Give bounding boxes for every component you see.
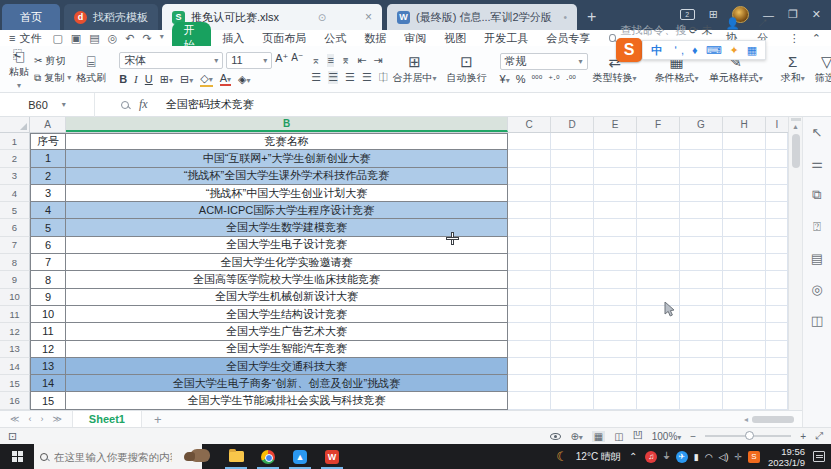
empty-cell[interactable]	[637, 185, 680, 202]
cell-b[interactable]: 全国大学生节能减排社会实践与科技竞赛	[66, 392, 508, 409]
currency-format-icon[interactable]: ¥▾	[500, 73, 510, 85]
empty-cell[interactable]	[766, 133, 788, 150]
cell-b[interactable]: 竞赛名称	[66, 133, 508, 150]
decrease-indent-icon[interactable]: ⇤	[357, 54, 366, 67]
sheet-tab-active[interactable]: Sheet1	[72, 411, 142, 428]
empty-cell[interactable]	[723, 375, 766, 392]
view-page-layout-icon[interactable]: ◫	[614, 431, 623, 442]
navigation-compass-icon[interactable]: ◎	[811, 282, 822, 297]
font-color-icon[interactable]: A▾	[220, 72, 231, 86]
redo-icon[interactable]: ↷	[142, 32, 151, 45]
empty-cell[interactable]	[766, 237, 788, 254]
increase-decimal-icon[interactable]: ⁺·⁰	[548, 74, 559, 84]
empty-cell[interactable]	[680, 254, 723, 271]
prev-sheet-icon[interactable]: ‹	[28, 414, 31, 424]
empty-cell[interactable]	[594, 306, 637, 323]
ime-punctuation-icon[interactable]: ＇,	[670, 43, 684, 58]
empty-cell[interactable]	[508, 375, 551, 392]
cell-a[interactable]: 8	[30, 271, 66, 288]
fullscreen-icon[interactable]: ⤢	[815, 430, 823, 442]
empty-cell[interactable]	[680, 237, 723, 254]
empty-cell[interactable]	[766, 185, 788, 202]
eye-protect-icon[interactable]	[550, 433, 561, 440]
empty-cell[interactable]	[508, 341, 551, 358]
cell-b[interactable]: ACM-ICPC国际大学生程序设计竞赛	[66, 202, 508, 219]
borders-icon[interactable]: ⊞▾	[160, 73, 173, 86]
empty-cell[interactable]	[508, 150, 551, 167]
empty-cell[interactable]	[508, 289, 551, 306]
column-header-d[interactable]: D	[551, 117, 594, 132]
empty-cell[interactable]	[594, 168, 637, 185]
align-bottom-icon[interactable]: ⌆	[341, 54, 350, 67]
empty-cell[interactable]	[551, 202, 594, 219]
empty-cell[interactable]	[723, 358, 766, 375]
netease-music-icon[interactable]: ♫	[645, 451, 657, 463]
column-header-b-selected[interactable]: B	[66, 117, 508, 132]
empty-cell[interactable]	[766, 341, 788, 358]
row-header[interactable]: 10	[0, 289, 30, 306]
column-header-c[interactable]: C	[508, 117, 551, 132]
empty-cell[interactable]	[766, 168, 788, 185]
empty-cell[interactable]	[723, 341, 766, 358]
empty-cell[interactable]	[508, 392, 551, 409]
justify-icon[interactable]: ☰	[362, 71, 372, 84]
empty-cell[interactable]	[723, 168, 766, 185]
tab-insert[interactable]: 插入	[213, 31, 253, 46]
empty-cell[interactable]	[508, 168, 551, 185]
empty-cell[interactable]	[766, 289, 788, 306]
row-header[interactable]: 14	[0, 358, 30, 375]
cell-a[interactable]: 7	[30, 254, 66, 271]
empty-cell[interactable]	[551, 289, 594, 306]
empty-cell[interactable]	[594, 271, 637, 288]
empty-cell[interactable]	[680, 375, 723, 392]
mic-icon[interactable]: ⏚	[663, 451, 669, 462]
empty-cell[interactable]	[766, 271, 788, 288]
row-header[interactable]: 1	[0, 133, 30, 150]
empty-cell[interactable]	[594, 323, 637, 340]
cell-a[interactable]: 序号	[30, 133, 66, 150]
align-middle-icon[interactable]: ≡	[327, 54, 333, 67]
empty-cell[interactable]	[637, 202, 680, 219]
zoom-slider-knob[interactable]	[745, 431, 754, 440]
empty-cell[interactable]	[508, 358, 551, 375]
empty-cell[interactable]	[637, 341, 680, 358]
row-header[interactable]: 15	[0, 375, 30, 392]
empty-cell[interactable]	[594, 150, 637, 167]
empty-cell[interactable]	[680, 168, 723, 185]
ime-mode-indicator[interactable]: 中	[651, 43, 662, 58]
empty-cell[interactable]	[551, 271, 594, 288]
row-header[interactable]: 7	[0, 237, 30, 254]
empty-cell[interactable]	[594, 254, 637, 271]
increase-indent-icon[interactable]: ⇥	[373, 54, 382, 67]
cell-a[interactable]: 2	[30, 168, 66, 185]
weather-text[interactable]: 12°C 晴朗	[576, 450, 621, 464]
menu-file[interactable]: ≡文件	[0, 31, 50, 46]
empty-cell[interactable]	[723, 306, 766, 323]
cell-a[interactable]: 3	[30, 185, 66, 202]
tab-docer-templates[interactable]: d 找稻壳模板	[64, 4, 158, 30]
cell-a[interactable]: 11	[30, 323, 66, 340]
empty-cell[interactable]	[508, 323, 551, 340]
bold-button[interactable]: B	[119, 73, 127, 85]
vertical-scrollbar[interactable]: ▲	[788, 117, 802, 410]
cell-b[interactable]: 全国高等医学院校大学生临床技能竞赛	[66, 271, 508, 288]
empty-cell[interactable]	[594, 358, 637, 375]
fill-color-icon[interactable]: ◇▾	[200, 72, 212, 87]
zoom-formula-icon[interactable]	[121, 99, 129, 111]
close-tab-icon[interactable]: ×	[365, 10, 372, 24]
format-painter-button[interactable]: ⌸ 格式刷	[71, 49, 111, 89]
new-tab-button[interactable]: +	[587, 8, 596, 26]
empty-cell[interactable]	[551, 219, 594, 236]
align-right-icon[interactable]: ☰	[345, 71, 355, 84]
split-handle[interactable]	[791, 118, 801, 121]
empty-cell[interactable]	[680, 306, 723, 323]
empty-cell[interactable]	[508, 271, 551, 288]
empty-cell[interactable]	[680, 358, 723, 375]
empty-cell[interactable]	[594, 237, 637, 254]
empty-cell[interactable]	[723, 271, 766, 288]
font-name-select[interactable]: 宋体▾	[119, 52, 223, 69]
cell-b[interactable]: 中国“互联网+”大学生创新创业大赛	[66, 150, 508, 167]
empty-cell[interactable]	[680, 271, 723, 288]
undo-icon[interactable]: ↶	[125, 32, 134, 45]
empty-cell[interactable]	[551, 133, 594, 150]
